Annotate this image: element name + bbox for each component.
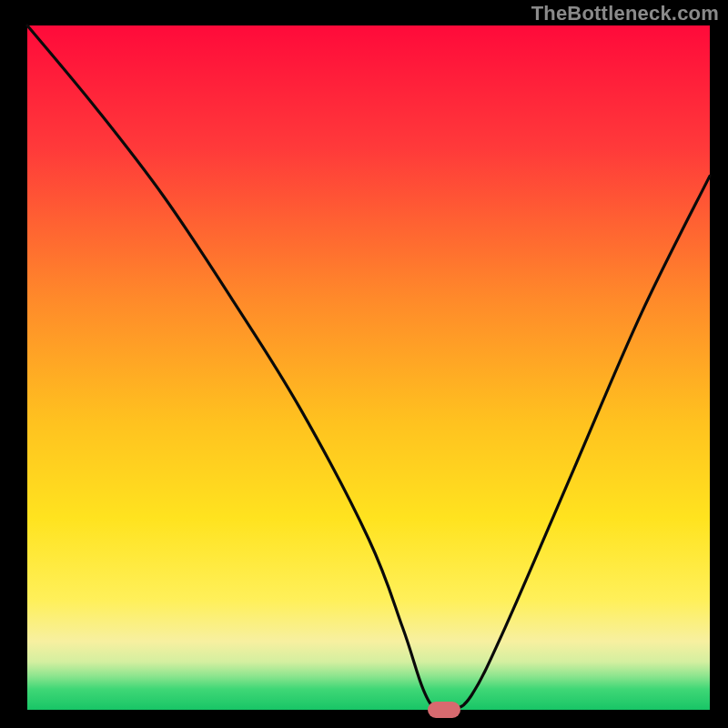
gradient-panel	[0, 0, 728, 728]
watermark-text: TheBottleneck.com	[531, 2, 719, 25]
chart-stage: { "watermark": "TheBottleneck.com", "col…	[0, 0, 728, 728]
optimum-marker	[428, 702, 460, 718]
svg-rect-1	[27, 25, 710, 710]
